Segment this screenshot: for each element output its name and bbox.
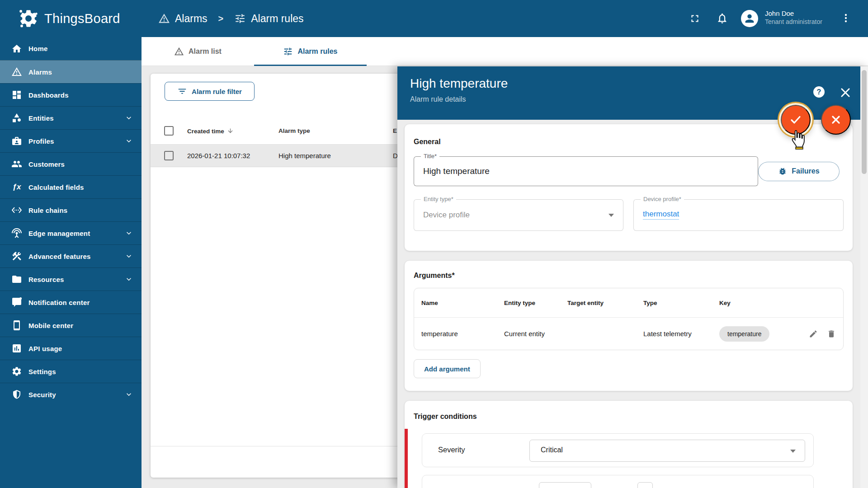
thingsboard-logo-icon: [18, 8, 39, 29]
sidebar-item-rule-chains[interactable]: Rule chains: [0, 198, 142, 221]
fullscreen-icon[interactable]: [689, 13, 701, 24]
user-info[interactable]: John Doe Tenant administrator: [765, 9, 822, 26]
tab-alarm-list[interactable]: Alarm list: [142, 37, 254, 66]
sidebar-item-resources[interactable]: Resources: [0, 267, 142, 291]
active-tab-indicator: [254, 65, 367, 66]
sidebar-item-mobile-center[interactable]: Mobile center: [0, 314, 142, 337]
user-role: Tenant administrator: [765, 18, 822, 26]
profiles-icon: [11, 136, 22, 146]
dropdown-caret-icon: [609, 214, 614, 217]
sidebar-item-notification-center[interactable]: Notification center: [0, 291, 142, 314]
customers-icon: [11, 159, 22, 169]
trigger-condition-card: [422, 475, 814, 488]
title-field[interactable]: Title* High temperature: [414, 156, 758, 186]
entities-icon: [11, 113, 22, 123]
column-header-name: Name: [421, 300, 504, 306]
thingsboard-logo[interactable]: ThingsBoard: [18, 0, 120, 37]
help-icon[interactable]: ?: [813, 86, 825, 98]
column-header-target-entity: Target entity: [567, 300, 643, 306]
notifications-bell-icon[interactable]: [716, 12, 728, 24]
kebab-menu-icon[interactable]: [840, 12, 852, 24]
advanced-features-icon: [11, 251, 22, 262]
apply-changes-fab[interactable]: [781, 105, 811, 135]
arguments-heading: Arguments*: [414, 272, 844, 280]
filter-button-label: Alarm rule filter: [192, 88, 242, 95]
breadcrumb-level2-label: Alarm rules: [251, 13, 303, 25]
argument-name: temperature: [421, 330, 504, 338]
sidebar-item-security[interactable]: Security: [0, 383, 142, 406]
alarm-warning-icon: [11, 66, 22, 77]
sidebar-item-alarms[interactable]: Alarms: [0, 60, 142, 83]
chevron-down-icon: [124, 136, 133, 145]
alarm-rule-filter-button[interactable]: Alarm rule filter: [165, 82, 255, 101]
severity-select[interactable]: Critical: [529, 440, 805, 462]
argument-key-chip: temperature: [719, 326, 769, 342]
device-profile-label: Device profile*: [641, 196, 684, 202]
close-icon[interactable]: [839, 86, 852, 99]
panel-scrollbar[interactable]: [860, 66, 868, 488]
column-header-created-time[interactable]: Created time: [187, 127, 234, 135]
row-checkbox[interactable]: [164, 151, 174, 160]
column-header-alarm-type[interactable]: Alarm type: [278, 127, 310, 134]
thingsboard-app: ThingsBoard Alarms > Alarm rules: [0, 0, 868, 488]
title-field-value: High temperature: [423, 157, 490, 186]
sidebar-item-entities[interactable]: Entities: [0, 106, 142, 129]
severity-card: Severity Critical: [422, 433, 814, 467]
sidebar-item-profiles[interactable]: Profiles: [0, 129, 142, 152]
breadcrumb-alarm-rules[interactable]: Alarm rules: [234, 13, 303, 25]
rule-chains-icon: [11, 205, 22, 216]
sort-descending-icon[interactable]: [227, 127, 234, 134]
panel-subtitle: Alarm rule details: [410, 95, 466, 103]
device-profile-link[interactable]: thermostat: [643, 210, 679, 220]
failures-button-label: Failures: [792, 167, 819, 175]
panel-title: High temperature: [410, 76, 508, 91]
argument-type: Latest telemetry: [643, 330, 719, 338]
sidebar-item-settings[interactable]: Settings: [0, 360, 142, 383]
sidebar-item-advanced-features[interactable]: Advanced features: [0, 244, 142, 267]
delete-trash-icon[interactable]: [827, 329, 836, 338]
mobile-center-icon: [11, 320, 22, 331]
sidebar-item-api-usage[interactable]: API usage: [0, 337, 142, 360]
breadcrumb-alarms[interactable]: Alarms: [158, 13, 208, 25]
severity-label: Severity: [438, 446, 465, 454]
sidebar-item-calculated-fields[interactable]: ƒx Calculated fields: [0, 175, 142, 198]
sidebar-item-customers[interactable]: Customers: [0, 152, 142, 175]
dropdown-caret-icon: [790, 450, 796, 453]
chevron-down-icon: [124, 113, 133, 122]
trigger-error-bar: [405, 429, 408, 488]
entity-type-field[interactable]: Entity type* Device profile: [414, 199, 623, 231]
sidebar-item-edge-management[interactable]: Edge management: [0, 221, 142, 244]
app-title: ThingsBoard: [44, 11, 120, 26]
filter-icon: [177, 86, 187, 96]
condition-field[interactable]: [539, 482, 591, 488]
panel-scrollbar-thumb[interactable]: [862, 70, 867, 174]
arguments-table: Name Entity type Target entity Type Key …: [414, 288, 844, 350]
avatar-icon[interactable]: [741, 10, 758, 27]
breadcrumb-level1-label: Alarms: [175, 13, 208, 25]
select-all-checkbox[interactable]: [164, 126, 174, 136]
breadcrumb-separator: >: [218, 14, 224, 24]
general-heading: General: [414, 138, 844, 146]
column-header-entity-type: Entity type: [504, 300, 567, 306]
column-header-clipped: E: [393, 127, 397, 134]
sidebar: Home Alarms Dashboards Entities Profiles…: [0, 37, 142, 488]
add-argument-button[interactable]: Add argument: [414, 359, 481, 378]
cell-created-time: 2026-01-21 10:07:32: [187, 152, 250, 160]
resources-folder-icon: [11, 274, 22, 285]
user-name: John Doe: [765, 9, 822, 18]
tab-alarm-rules[interactable]: Alarm rules: [254, 37, 367, 66]
chevron-down-icon: [124, 229, 133, 238]
chevron-down-icon: [124, 390, 133, 399]
sidebar-item-home[interactable]: Home: [0, 37, 142, 60]
edit-pencil-icon[interactable]: [809, 329, 818, 338]
discard-changes-fab[interactable]: [821, 105, 851, 135]
condition-field-small[interactable]: [637, 482, 653, 488]
notification-center-icon: [11, 297, 22, 308]
failures-button[interactable]: Failures: [758, 162, 840, 181]
column-header-type: Type: [643, 300, 719, 306]
tab-bar: Alarm list Alarm rules: [142, 37, 868, 66]
dashboards-icon: [11, 89, 22, 100]
sidebar-item-dashboards[interactable]: Dashboards: [0, 83, 142, 106]
cell-alarm-type: High temperature: [278, 152, 331, 160]
device-profile-field[interactable]: Device profile* thermostat: [633, 199, 844, 231]
